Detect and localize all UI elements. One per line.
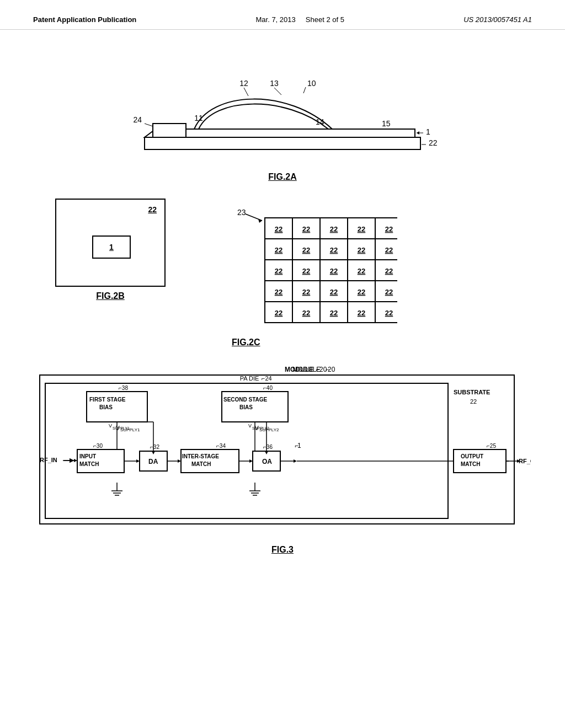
svg-text:PA DIE: PA DIE <box>240 375 259 382</box>
svg-text:22: 22 <box>358 288 365 296</box>
svg-text:OUTPUT: OUTPUT <box>461 453 483 459</box>
svg-text:22: 22 <box>429 138 438 147</box>
svg-text:23: 23 <box>237 208 246 217</box>
svg-text:V: V <box>109 423 112 429</box>
svg-text:22: 22 <box>470 398 477 405</box>
svg-text:MATCH: MATCH <box>79 461 99 467</box>
svg-text:22: 22 <box>275 267 282 275</box>
header-patent-number: US 2013/0057451 A1 <box>463 15 532 24</box>
fig2b-ref22: 22 <box>148 205 157 214</box>
svg-text:22: 22 <box>385 288 393 296</box>
svg-text:22: 22 <box>302 246 310 254</box>
fig2a-section: 22 10 12 13 11 14 15 <box>33 57 532 182</box>
fig2c-grid-wrapper: 23 22 22 <box>232 199 397 333</box>
svg-text:20: 20 <box>328 366 335 373</box>
svg-text:⌐25: ⌐25 <box>487 443 496 449</box>
svg-text:1: 1 <box>426 127 430 136</box>
svg-text:⌐34: ⌐34 <box>216 443 226 449</box>
svg-text:22: 22 <box>330 288 338 296</box>
fig2c-section: 23 22 22 <box>232 199 397 347</box>
svg-text:22: 22 <box>358 267 365 275</box>
svg-text:MATCH: MATCH <box>461 461 480 467</box>
svg-text:22: 22 <box>302 288 310 296</box>
svg-text:22: 22 <box>275 288 282 296</box>
svg-text:⌐38: ⌐38 <box>119 385 128 391</box>
svg-text:22: 22 <box>385 246 393 254</box>
svg-text:22: 22 <box>302 309 310 317</box>
svg-text:22: 22 <box>330 267 338 275</box>
svg-text:22: 22 <box>358 225 365 233</box>
header-publication-label: Patent Application Publication <box>33 15 136 24</box>
svg-text:22: 22 <box>275 246 282 254</box>
svg-text:⌐30: ⌐30 <box>93 443 103 449</box>
svg-text:1: 1 <box>297 442 301 449</box>
fig2b-ref1: 1 <box>92 235 131 259</box>
svg-text:22: 22 <box>385 225 393 233</box>
svg-text:SECOND STAGE: SECOND STAGE <box>223 397 268 403</box>
svg-text:RF_IN: RF_IN <box>40 457 57 463</box>
svg-text:22: 22 <box>275 309 282 317</box>
svg-text:⌐40: ⌐40 <box>263 385 273 391</box>
svg-text:SUPPLY2: SUPPLY2 <box>252 426 269 430</box>
svg-text:INTER-STAGE: INTER-STAGE <box>182 453 219 459</box>
fig3-label: FIG.3 <box>271 545 294 555</box>
fig3-drawing: MODULE ⌐20 MODULE ⌐ 20 PA DIE ⌐24 SUBSTR… <box>34 364 531 540</box>
svg-text:10: 10 <box>307 79 316 88</box>
svg-text:⌐24: ⌐24 <box>262 375 272 382</box>
svg-text:22: 22 <box>385 309 393 317</box>
svg-text:SUPPLY1: SUPPLY1 <box>113 426 130 430</box>
svg-text:BIAS: BIAS <box>239 404 253 410</box>
svg-text:13: 13 <box>270 79 279 88</box>
fig2a-drawing: 22 10 12 13 11 14 15 <box>111 57 454 168</box>
header-date-sheet: Mar. 7, 2013 Sheet 2 of 5 <box>256 15 344 24</box>
svg-text:⌐36: ⌐36 <box>263 444 273 450</box>
svg-text:INPUT: INPUT <box>79 453 96 459</box>
svg-rect-13 <box>153 124 186 137</box>
fig2c-svg: 23 22 22 <box>232 199 397 331</box>
fig2b-label: FIG.2B <box>96 291 125 301</box>
svg-text:⌐32: ⌐32 <box>150 444 159 450</box>
svg-text:24: 24 <box>133 115 142 124</box>
svg-text:22: 22 <box>302 267 310 275</box>
svg-text:22: 22 <box>275 225 282 233</box>
fig2bc-row: 22 1 FIG.2B 23 <box>33 199 532 347</box>
svg-text:SUBSTRATE: SUBSTRATE <box>454 389 490 395</box>
fig3-section: MODULE ⌐20 MODULE ⌐ 20 PA DIE ⌐24 SUBSTR… <box>33 364 532 555</box>
svg-text:22: 22 <box>302 225 310 233</box>
svg-text:V: V <box>248 423 252 429</box>
fig2a-label: FIG.2A <box>268 172 297 182</box>
svg-text:22: 22 <box>330 225 338 233</box>
svg-line-7 <box>244 88 248 96</box>
page-header: Patent Application Publication Mar. 7, 2… <box>0 0 565 30</box>
svg-text:14: 14 <box>316 117 324 126</box>
svg-text:OA: OA <box>262 458 272 465</box>
header-date: Mar. 7, 2013 <box>256 15 296 24</box>
fig2b-drawing: 22 1 <box>55 199 166 287</box>
svg-text:22: 22 <box>358 246 365 254</box>
svg-text:11: 11 <box>194 114 203 122</box>
svg-text:22: 22 <box>385 267 393 275</box>
svg-line-5 <box>303 87 306 93</box>
svg-line-15 <box>145 124 153 126</box>
svg-line-9 <box>274 88 281 95</box>
svg-text:12: 12 <box>239 79 248 88</box>
main-content: 22 10 12 13 11 14 15 <box>0 30 565 566</box>
svg-text:22: 22 <box>358 309 365 317</box>
svg-text:15: 15 <box>382 119 391 128</box>
svg-text:MODULE: MODULE <box>292 366 321 373</box>
svg-text:22: 22 <box>330 246 338 254</box>
svg-text:FIRST  STAGE: FIRST STAGE <box>89 397 126 403</box>
svg-text:BIAS: BIAS <box>99 404 113 410</box>
svg-rect-0 <box>145 137 420 149</box>
fig2b-section: 22 1 FIG.2B <box>55 199 166 301</box>
svg-text:DA: DA <box>148 458 158 465</box>
svg-text:RF_OUT: RF_OUT <box>519 458 531 464</box>
fig2c-label: FIG.2C <box>232 338 260 347</box>
svg-text:MATCH: MATCH <box>191 461 211 467</box>
svg-marker-18 <box>417 131 419 135</box>
svg-text:22: 22 <box>330 309 338 317</box>
header-sheet: Sheet 2 of 5 <box>306 15 344 24</box>
